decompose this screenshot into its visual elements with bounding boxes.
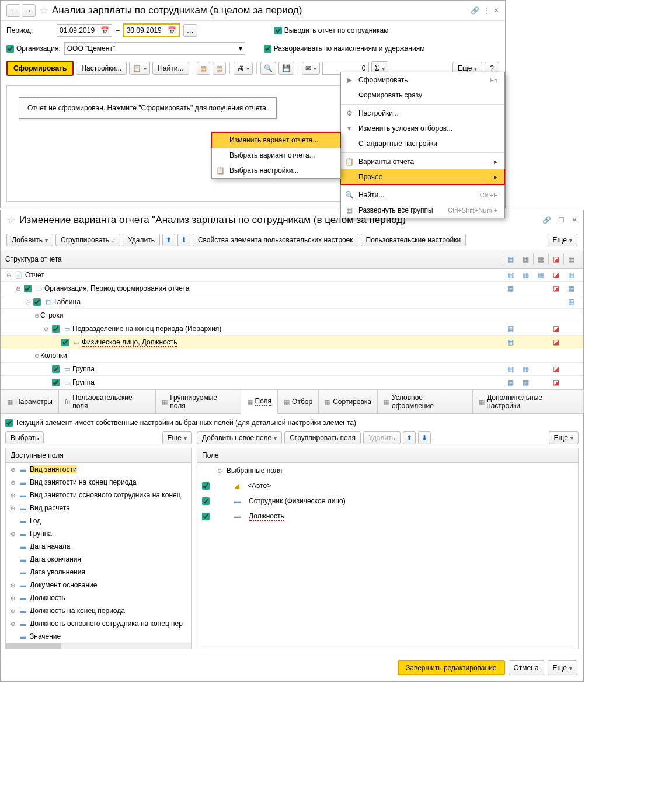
menu-variants[interactable]: 📋 Варианты отчета ▸	[341, 154, 504, 169]
menu-settings[interactable]: ⚙ Настройки...	[341, 106, 504, 121]
available-field-row[interactable]: ▬Дата увольнения	[6, 566, 191, 579]
tab-conditional[interactable]: ▦Условное оформление	[377, 389, 473, 413]
move-down-button[interactable]: ⬇	[418, 431, 431, 444]
tab-user-fields[interactable]: fnПользовательские поля	[58, 389, 156, 413]
cancel-button[interactable]: Отмена	[509, 660, 544, 675]
tree-row-org[interactable]: ⊖ ▭ Организация, Период формирования отч…	[1, 282, 583, 295]
available-field-row[interactable]: ⊕▬Документ основание	[6, 579, 191, 591]
tab-sort[interactable]: ▦Сортировка	[318, 389, 378, 413]
menu-form-now[interactable]: Формировать сразу	[341, 88, 504, 103]
nav-back-button[interactable]: ←	[6, 4, 20, 17]
available-field-row[interactable]: ⊕▬Вид расчета	[6, 502, 191, 514]
available-field-row[interactable]: ⊕▬Должность основного сотрудника на коне…	[6, 617, 191, 630]
collapse-all-button[interactable]: ▤	[213, 62, 226, 75]
group-fields-button[interactable]: Сгруппировать поля	[284, 431, 361, 444]
selected-field-row[interactable]: ▬Должность	[197, 509, 578, 524]
menu-change-filters[interactable]: ▾ Изменить условия отборов...	[341, 121, 504, 136]
expand-all-button[interactable]: ▦	[197, 62, 210, 75]
field-checkbox[interactable]	[202, 497, 210, 505]
menu-expand-all[interactable]: ▦ Развернуть все группы Ctrl+Shift+Num +	[341, 203, 504, 218]
available-field-row[interactable]: ▬Дата окончания	[6, 553, 191, 566]
tab-parameters[interactable]: ▦Параметры	[1, 389, 59, 413]
row-checkbox[interactable]	[52, 365, 60, 373]
selected-root-row[interactable]: ⊖ Выбранные поля	[197, 463, 578, 478]
expand-icon[interactable]: ⊕	[11, 608, 16, 614]
col-icon[interactable]: ▦	[563, 253, 579, 265]
variant-dropdown-button[interactable]: 📋	[129, 62, 150, 75]
col-icon[interactable]: ▦	[533, 253, 548, 265]
available-field-row[interactable]: ⊕▬Должность на конец периода	[6, 604, 191, 617]
collapse-icon[interactable]: ⊖	[24, 299, 31, 305]
maximize-button[interactable]: ☐	[558, 216, 565, 224]
available-field-row[interactable]: ▬Значение	[6, 630, 191, 643]
menu-find[interactable]: 🔍 Найти... Ctrl+F	[341, 187, 504, 203]
available-field-row[interactable]: ⊕▬Должность	[6, 591, 191, 604]
collapse-icon[interactable]: ⊖	[33, 353, 40, 359]
collapse-icon[interactable]: ⊖	[43, 326, 50, 332]
more-button[interactable]: Еще	[548, 234, 577, 246]
available-field-row[interactable]: ▬Дата начала	[6, 540, 191, 553]
row-checkbox[interactable]	[52, 325, 60, 333]
horizontal-scrollbar[interactable]	[6, 643, 191, 649]
collapse-icon[interactable]: ⊖	[15, 285, 22, 292]
save-button[interactable]: 💾	[278, 62, 294, 75]
available-field-row[interactable]: ⊕▬Вид занятости основного сотрудника на …	[6, 489, 191, 502]
close-button[interactable]: ✕	[572, 216, 577, 224]
favorite-star-icon[interactable]: ☆	[39, 4, 48, 17]
menu-std-settings[interactable]: Стандартные настройки	[341, 136, 504, 151]
move-down-button[interactable]: ⬇	[177, 234, 190, 246]
expand-icon[interactable]: ⊕	[11, 466, 16, 473]
field-checkbox[interactable]	[202, 482, 210, 490]
col-icon[interactable]: ▦	[518, 253, 533, 265]
selected-field-row[interactable]: ▬Сотрудник (Физическое лицо)	[197, 493, 578, 509]
tree-row-table[interactable]: ⊖ ⊞ Таблица ▦	[1, 295, 583, 309]
collapse-icon[interactable]: ⊖	[217, 468, 223, 474]
date-from-input[interactable]	[57, 25, 98, 36]
move-up-button[interactable]: ⬆	[403, 431, 416, 444]
tree-row-person[interactable]: ▭ Физическое лицо, Должность ▦◪	[1, 336, 583, 349]
selected-field-row[interactable]: ◢<Авто>	[197, 478, 578, 493]
available-field-row[interactable]: ⊕▬Вид занятости	[6, 463, 191, 476]
expand-icon[interactable]: ⊕	[11, 531, 16, 537]
collapse-icon[interactable]: ⊖	[5, 272, 12, 278]
tree-row-columns[interactable]: ⊖ Колонки	[1, 349, 583, 363]
row-checkbox[interactable]	[24, 285, 32, 292]
tree-row-report[interactable]: ⊖ 📄 Отчет ▦▦▦◪▦	[1, 269, 583, 282]
tab-additional[interactable]: ▦Дополнительные настройки	[472, 389, 584, 413]
own-settings-checkbox-row[interactable]: Текущий элемент имеет собственные настро…	[5, 419, 579, 427]
nav-forward-button[interactable]: →	[22, 4, 36, 17]
opt-expand-checkbox[interactable]	[264, 45, 271, 53]
preview-button[interactable]: 🔍	[260, 62, 276, 75]
expand-icon[interactable]: ⊕	[11, 582, 16, 588]
tree-row-dept[interactable]: ⊖ ▭ Подразделение на конец периода (Иера…	[1, 322, 583, 336]
form-report-button[interactable]: Сформировать	[6, 61, 74, 76]
opt-by-employees-checkbox[interactable]	[274, 27, 282, 34]
available-field-row[interactable]: ⊕▬Вид занятости на конец периода	[6, 476, 191, 489]
submenu-select-variant[interactable]: Выбрать вариант отчета...	[212, 148, 340, 163]
tree-row-group1[interactable]: ▭ Группа ▦▦◪	[1, 363, 583, 376]
add-button[interactable]: Добавить	[6, 234, 53, 246]
submenu-select-settings[interactable]: 📋 Выбрать настройки...	[212, 163, 340, 178]
delete-button[interactable]: Удалить	[123, 234, 160, 246]
more-right-button[interactable]: Еще	[549, 431, 579, 444]
expand-icon[interactable]: ⊕	[11, 505, 16, 511]
move-up-button[interactable]: ⬆	[162, 234, 175, 246]
available-field-row[interactable]: ⊕▬Группа	[6, 527, 191, 540]
date-to-input[interactable]	[124, 25, 165, 36]
field-checkbox[interactable]	[202, 513, 210, 520]
expand-icon[interactable]: ⊕	[11, 479, 16, 486]
submenu-change-variant[interactable]: Изменить вариант отчета...	[211, 132, 341, 148]
period-picker-button[interactable]: …	[183, 24, 197, 37]
row-checkbox[interactable]	[33, 298, 41, 306]
row-checkbox[interactable]	[52, 379, 60, 386]
close-button[interactable]: ✕	[493, 6, 499, 15]
collapse-icon[interactable]: ⊖	[33, 312, 40, 319]
row-checkbox[interactable]	[61, 339, 69, 346]
calendar-icon[interactable]: 📅	[165, 26, 179, 34]
org-checkbox[interactable]	[6, 45, 14, 53]
favorite-star-icon[interactable]: ☆	[6, 214, 16, 227]
find-button[interactable]: Найти...	[152, 62, 189, 75]
tab-fields[interactable]: ▦Поля	[241, 389, 278, 414]
col-icon[interactable]: ◪	[548, 253, 563, 265]
delete-field-button[interactable]: Удалить	[363, 431, 401, 444]
